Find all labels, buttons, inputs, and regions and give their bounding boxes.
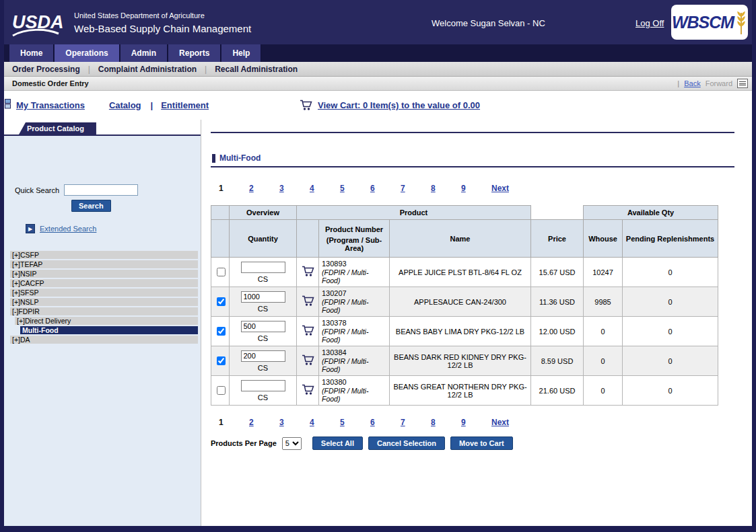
extended-search-link[interactable]: Extended Search xyxy=(40,225,96,233)
tab-home[interactable]: Home xyxy=(9,44,54,62)
entitlement-link[interactable]: Entitlement xyxy=(161,100,209,110)
tab-reports[interactable]: Reports xyxy=(168,44,221,62)
product-name: APPLE JUICE PLST BTL-8/64 FL OZ xyxy=(390,258,531,287)
tree-item-sfsp[interactable]: [+]SFSP xyxy=(10,289,198,297)
tree-item-csfp[interactable]: [+]CSFP xyxy=(10,251,198,259)
tree-item-direct-delivery[interactable]: [+]Direct Delivery xyxy=(15,317,198,325)
main-top-divider xyxy=(211,132,734,133)
sub-navbar: Order Processing | Complaint Administrat… xyxy=(4,62,752,77)
tree-item-multi-food[interactable]: Multi-Food xyxy=(20,326,198,334)
table-row: CS 130893 (FDPIR / Multi-Food) APPLE JUI… xyxy=(211,258,718,287)
page-link-8[interactable]: 8 xyxy=(431,184,461,193)
page-link-7[interactable]: 7 xyxy=(401,184,431,193)
select-all-button[interactable]: Select All xyxy=(312,436,363,450)
tab-admin[interactable]: Admin xyxy=(121,44,168,62)
row-select-checkbox[interactable] xyxy=(217,297,226,306)
back-link[interactable]: Back xyxy=(684,79,700,87)
page-link-2[interactable]: 2 xyxy=(249,418,279,427)
program-sub-area: (FDPIR / Multi-Food) xyxy=(322,298,386,314)
add-to-cart-icon[interactable] xyxy=(302,384,314,395)
select-column-header xyxy=(211,206,230,220)
tab-operations[interactable]: Operations xyxy=(55,44,119,62)
pending-replenishments-qty: 0 xyxy=(623,346,718,376)
view-cart-link[interactable]: View Cart: 0 Item(s) to the value of 0.0… xyxy=(318,100,480,110)
cancel-selection-button[interactable]: Cancel Selection xyxy=(368,436,445,450)
page-link-4[interactable]: 4 xyxy=(310,184,340,193)
row-select-checkbox[interactable] xyxy=(217,356,226,365)
tree-item-tefap[interactable]: [+]TEFAP xyxy=(10,260,198,268)
quick-search-label: Quick Search xyxy=(15,186,59,194)
extended-search-arrow-icon[interactable]: ▶ xyxy=(26,224,35,233)
view-cart-group[interactable]: View Cart: 0 Item(s) to the value of 0.0… xyxy=(300,100,480,111)
move-to-cart-button[interactable]: Move to Cart xyxy=(450,436,513,450)
unit-label: CS xyxy=(232,364,294,372)
group-header-overview: Overview xyxy=(230,206,297,220)
page-link-3[interactable]: 3 xyxy=(279,184,310,193)
product-name: APPLESAUCE CAN-24/300 xyxy=(390,287,531,317)
subnav-recall-administration[interactable]: Recall Administration xyxy=(215,65,298,74)
program-sub-area: (FDPIR / Multi-Food) xyxy=(322,328,386,344)
tab-help[interactable]: Help xyxy=(221,44,261,62)
quantity-input[interactable] xyxy=(241,321,285,332)
page-link-6[interactable]: 6 xyxy=(370,184,401,193)
quantity-input[interactable] xyxy=(241,380,285,391)
log-off-link[interactable]: Log Off xyxy=(635,18,664,28)
column-header-product-number: Product Number (Program / Sub-Area) xyxy=(319,220,390,258)
quantity-input[interactable] xyxy=(241,291,285,303)
product-name: BEANS BABY LIMA DRY PKG-12/2 LB xyxy=(390,317,531,346)
forward-link-disabled: Forward xyxy=(706,79,732,87)
page-link-3[interactable]: 3 xyxy=(279,418,310,427)
tree-item-da[interactable]: [+]DA xyxy=(10,336,198,344)
pagination-top: 1 2 3 4 5 6 7 8 9 Next xyxy=(219,184,734,193)
program-sub-area: (FDPIR / Multi-Food) xyxy=(322,268,386,284)
row-select-checkbox[interactable] xyxy=(217,268,226,276)
catalog-panel-body: Quick Search Search ▶ Extended Search [+… xyxy=(4,136,201,526)
row-select-checkbox[interactable] xyxy=(217,327,226,336)
product-number: 130207 xyxy=(322,289,386,297)
table-row: CS 130384 (FDPIR / Multi-Food) BEANS DAR… xyxy=(211,346,718,376)
breadcrumb-bar: Domestic Order Entry | Back Forward xyxy=(4,77,752,91)
tree-item-fdpir[interactable]: [-]FDPIR xyxy=(10,307,198,315)
main-panel: Multi-Food 1 2 3 4 5 6 7 8 9 Next xyxy=(201,120,752,526)
page-link-6[interactable]: 6 xyxy=(370,418,401,427)
pending-replenishments-qty: 0 xyxy=(623,258,718,287)
page-link-5[interactable]: 5 xyxy=(340,184,370,193)
row-select-checkbox[interactable] xyxy=(217,386,226,395)
content-area: My Transactions Catalog | Entitlement Vi… xyxy=(4,91,752,526)
quantity-input[interactable] xyxy=(241,262,285,273)
page-link-5[interactable]: 5 xyxy=(340,418,370,427)
add-to-cart-icon[interactable] xyxy=(302,295,314,307)
tree-item-nslp[interactable]: [+]NSLP xyxy=(10,298,198,306)
page-link-4[interactable]: 4 xyxy=(310,418,340,427)
quantity-input[interactable] xyxy=(241,350,285,362)
page-link-9[interactable]: 9 xyxy=(461,184,491,193)
page-link-2[interactable]: 2 xyxy=(249,184,279,193)
catalog-link[interactable]: Catalog xyxy=(109,100,141,110)
products-per-page-label: Products Per Page xyxy=(211,439,277,447)
subnav-complaint-administration[interactable]: Complaint Administration xyxy=(98,65,197,74)
collapse-sidebar-icon[interactable] xyxy=(5,99,11,112)
add-to-cart-icon[interactable] xyxy=(302,354,314,366)
page-link-7[interactable]: 7 xyxy=(401,418,431,427)
unit-label: CS xyxy=(232,334,294,342)
add-to-cart-icon[interactable] xyxy=(302,266,314,277)
my-transactions-link[interactable]: My Transactions xyxy=(16,100,85,110)
unit-label: CS xyxy=(232,305,294,313)
page-next-link[interactable]: Next xyxy=(491,418,509,427)
page-link-9[interactable]: 9 xyxy=(461,418,491,427)
price-value: 21.60 USD xyxy=(531,376,584,406)
whouse-qty: 0 xyxy=(584,346,623,376)
page-next-link[interactable]: Next xyxy=(491,184,509,193)
page-menu-icon[interactable] xyxy=(737,79,748,88)
main-nav-tabbar: Home Operations Admin Reports Help xyxy=(4,44,752,62)
product-number: 130384 xyxy=(322,348,386,356)
tree-item-cacfp[interactable]: [+]CACFP xyxy=(10,279,198,287)
subnav-order-processing[interactable]: Order Processing xyxy=(12,65,80,74)
add-to-cart-icon[interactable] xyxy=(302,325,314,336)
page-link-8[interactable]: 8 xyxy=(431,418,461,427)
quick-search-input[interactable] xyxy=(64,184,138,196)
tree-item-nsip[interactable]: [+]NSIP xyxy=(10,270,198,278)
products-per-page-select[interactable]: 5 xyxy=(282,437,302,450)
search-button[interactable]: Search xyxy=(71,200,111,212)
price-value: 11.36 USD xyxy=(531,287,584,317)
